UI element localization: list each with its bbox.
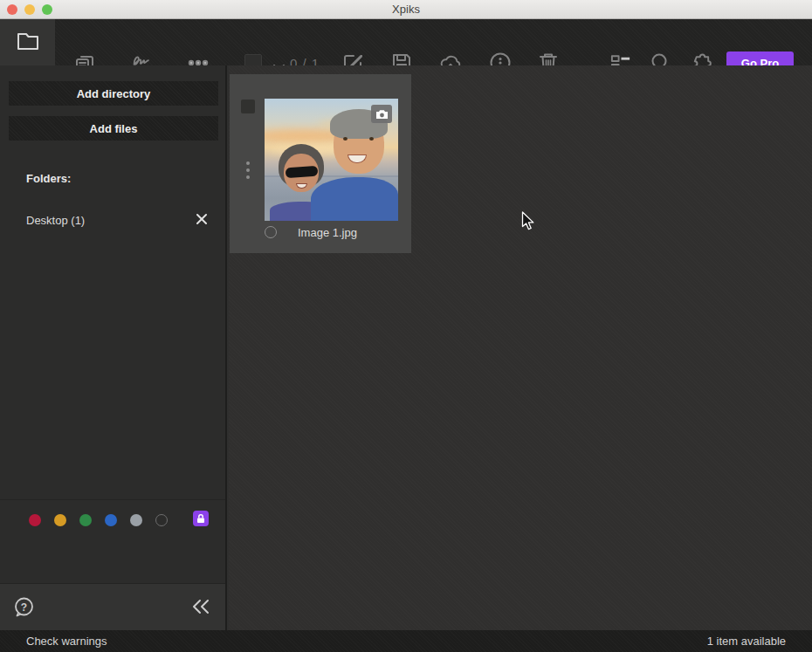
xpiks-window: Xpiks [0,0,812,652]
title-bar: Xpiks [0,0,812,19]
image-card[interactable]: Image 1.jpg [230,74,411,253]
items-grid: Image 1.jpg [229,65,812,630]
folders-label: Folders: [26,172,71,185]
close-window-button[interactable] [7,4,17,15]
add-directory-button[interactable]: Add directory [9,81,218,106]
color-dot-red[interactable] [29,514,41,526]
lock-button[interactable] [193,511,209,526]
item-checkbox[interactable] [241,100,255,113]
sidebar-footer: ? [0,583,225,630]
check-warnings-link[interactable]: Check warnings [26,635,107,648]
camera-badge-icon [371,105,392,123]
color-dot-blue[interactable] [105,514,117,526]
toolbar: 0 / 1 [0,19,812,65]
lock-icon [196,513,206,524]
item-menu-icon[interactable] [244,161,251,182]
file-row: Image 1.jpg [265,223,404,241]
folder-row[interactable]: Desktop (1) [0,209,227,234]
color-dot-green[interactable] [79,514,92,526]
item-filename: Image 1.jpg [298,226,357,239]
window-title: Xpiks [0,3,812,16]
files-tab[interactable] [0,19,55,65]
photo-thumbnail[interactable] [265,99,398,221]
color-dot-gray[interactable] [130,514,142,526]
collapse-sidebar-icon[interactable] [191,598,210,615]
color-dot-orange[interactable] [54,514,66,526]
svg-text:?: ? [21,601,27,614]
item-status-circle[interactable] [265,226,277,238]
folder-icon [15,30,41,56]
color-dot-none[interactable] [155,514,168,526]
folder-name[interactable]: Desktop (1) [26,214,85,227]
minimize-window-button[interactable] [24,4,35,15]
color-filter-row [0,499,225,539]
man-figure [311,109,398,221]
status-bar: Check warnings 1 item available [0,630,812,652]
items-available-label: 1 item available [707,635,786,648]
add-files-button[interactable]: Add files [9,116,218,141]
help-icon[interactable]: ? [14,597,34,617]
close-icon[interactable] [196,213,210,227]
zoom-window-button[interactable] [42,4,52,15]
sidebar: Add directory Add files Folders: Desktop… [0,65,227,630]
